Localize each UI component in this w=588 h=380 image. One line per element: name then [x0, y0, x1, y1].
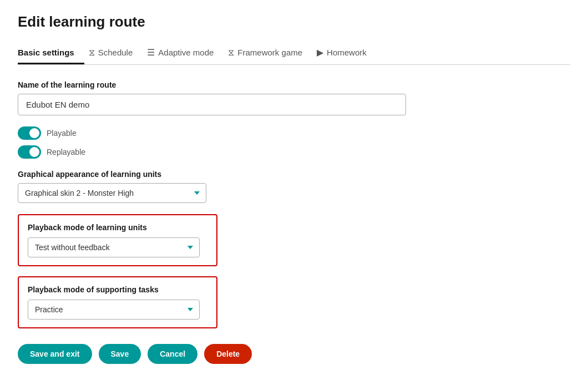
supporting-select[interactable]: Practice Test without feedback Test with… — [28, 300, 200, 320]
tab-basic-settings-label: Basic settings — [18, 48, 74, 57]
name-field-group: Name of the learning route — [18, 80, 406, 115]
homework-icon: ▶ — [317, 47, 323, 58]
supporting-tasks-box: Playback mode of supporting tasks Practi… — [18, 276, 217, 328]
tab-framework-game-label: Framework game — [237, 48, 302, 57]
framework-game-icon: ⧖ — [228, 48, 234, 58]
playable-toggle-row: Playable — [18, 126, 406, 140]
tab-adaptive-mode-label: Adaptive mode — [158, 48, 214, 57]
name-label: Name of the learning route — [18, 80, 406, 89]
tab-framework-game[interactable]: ⧖ Framework game — [228, 42, 312, 65]
tab-adaptive-mode[interactable]: ☰ Adaptive mode — [147, 42, 224, 65]
save-exit-button[interactable]: Save and exit — [18, 344, 92, 364]
tab-basic-settings[interactable]: Basic settings — [18, 42, 84, 64]
replayable-toggle[interactable] — [18, 145, 41, 159]
tab-schedule[interactable]: ⧖ Schedule — [89, 42, 143, 65]
page-title: Edit learning route — [18, 13, 570, 31]
basic-settings-form: Name of the learning route Playable Repl… — [18, 80, 406, 364]
appearance-select[interactable]: Graphical skin 2 - Monster High Graphica… — [18, 183, 206, 203]
appearance-field-group: Graphical appearance of learning units G… — [18, 170, 406, 203]
buttons-row: Save and exit Save Cancel Delete — [18, 344, 406, 364]
playback-select[interactable]: Test without feedback Practice Test with… — [28, 237, 200, 257]
supporting-select-wrapper: Practice Test without feedback Test with… — [28, 300, 200, 320]
tabs-bar: Basic settings ⧖ Schedule ☰ Adaptive mod… — [18, 42, 570, 65]
playback-select-wrapper: Test without feedback Practice Test with… — [28, 237, 200, 257]
appearance-select-wrapper: Graphical skin 2 - Monster High Graphica… — [18, 183, 206, 203]
delete-button[interactable]: Delete — [204, 344, 252, 364]
playable-label: Playable — [47, 129, 77, 138]
playback-mode-box: Playback mode of learning units Test wit… — [18, 214, 217, 266]
save-button[interactable]: Save — [99, 344, 141, 364]
replayable-label: Replayable — [47, 148, 85, 156]
replayable-toggle-row: Replayable — [18, 145, 406, 159]
playback-label: Playback mode of learning units — [28, 223, 207, 232]
name-input[interactable] — [18, 94, 406, 115]
toggles-group: Playable Replayable — [18, 126, 406, 159]
tab-schedule-label: Schedule — [98, 48, 133, 57]
appearance-label: Graphical appearance of learning units — [18, 170, 406, 179]
adaptive-mode-icon: ☰ — [147, 47, 155, 58]
playable-toggle[interactable] — [18, 126, 41, 140]
tab-homework[interactable]: ▶ Homework — [317, 42, 377, 65]
tab-homework-label: Homework — [327, 48, 367, 57]
cancel-button[interactable]: Cancel — [148, 344, 197, 364]
schedule-icon: ⧖ — [89, 48, 95, 58]
supporting-label: Playback mode of supporting tasks — [28, 285, 207, 294]
